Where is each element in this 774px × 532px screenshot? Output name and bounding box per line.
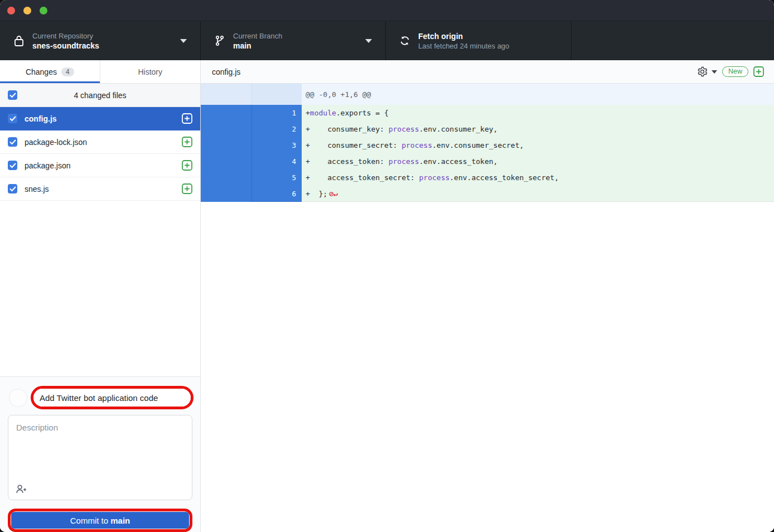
minimize-window-button[interactable] [23,7,31,14]
diff-line-number[interactable]: 1 [252,105,302,121]
titlebar [0,0,774,21]
file-status-new-badge: New [722,66,748,77]
annotation-highlight-commit-button: Commit to main [8,509,192,532]
diff-gutter-old[interactable] [201,121,252,137]
file-checkbox-checked[interactable] [8,161,17,170]
current-branch-dropdown[interactable]: Current Branch main [201,21,386,60]
diff-added-line: 3 + consumer_secret: process.env.consume… [201,137,774,153]
diff-gutter-old[interactable] [201,153,252,170]
diff-gutter-old[interactable] [201,170,252,186]
current-branch-value: main [233,41,365,50]
tab-changes-label: Changes [26,67,57,76]
file-row[interactable]: package.json [0,154,200,177]
diff-code-line: + access_token_secret: process.env.acces… [302,170,774,186]
plus-square-icon [182,160,192,171]
current-repository-value: snes-soundtracks [32,41,180,50]
diff-added-line: 1 +module.exports = { [201,105,774,121]
current-repository-dropdown[interactable]: Current Repository snes-soundtracks [0,21,201,60]
fetch-origin-title: Fetch origin [418,32,571,41]
diff-file-title: config.js [212,67,696,76]
file-checkbox-checked[interactable] [8,184,17,194]
chevron-down-icon [712,70,717,74]
plus-square-icon[interactable] [753,66,764,77]
avatar [9,389,27,407]
diff-hunk-header: @@ -0,0 +1,6 @@ [302,84,774,105]
current-repository-label: Current Repository [32,32,180,40]
sidebar: Changes 4 History 4 changed files config… [0,60,201,532]
file-checkbox-checked[interactable] [8,137,17,147]
fetch-origin-button[interactable]: Fetch origin Last fetched 24 minutes ago [386,21,572,60]
add-coauthor-icon[interactable] [16,484,27,494]
chevron-down-icon [180,39,187,43]
file-name: snes.js [25,185,175,194]
toolbar-empty-area [572,21,774,60]
diff-gutter-new [252,84,302,105]
commit-description-box [8,415,192,500]
file-list: config.js package-lock.json package.json… [0,107,200,201]
file-name: package.json [25,161,175,170]
zoom-window-button[interactable] [40,7,47,14]
diff-header: config.js New [201,60,774,84]
app-window: Current Repository snes-soundtracks Curr… [0,0,774,532]
diff-line-number[interactable]: 5 [252,170,302,186]
tab-changes[interactable]: Changes 4 [0,60,100,83]
diff-options-dropdown[interactable] [696,66,717,78]
gear-icon [696,66,708,78]
diff-line-number[interactable]: 3 [252,137,302,153]
tab-history-label: History [138,67,162,76]
diff-gutter-old[interactable] [201,137,252,153]
changed-files-label: 4 changed files [74,91,126,100]
diff-added-line: 5 + access_token_secret: process.env.acc… [201,170,774,186]
diff-added-line: 2 + consumer_key: process.env.consumer_k… [201,121,774,137]
git-branch-icon [213,35,226,47]
plus-square-icon [182,113,192,124]
select-all-checkbox[interactable] [8,90,17,100]
file-row[interactable]: snes.js [0,177,200,201]
commit-branch-name: main [110,516,130,525]
file-row[interactable]: config.js [0,107,200,130]
sidebar-tabbar: Changes 4 History [0,60,200,84]
close-window-button[interactable] [7,7,15,14]
diff-line-number[interactable]: 2 [252,121,302,137]
file-checkbox-checked[interactable] [8,114,17,123]
commit-description-input[interactable] [8,415,192,478]
fetch-origin-subtitle: Last fetched 24 minutes ago [418,42,571,50]
diff-lines: 1 +module.exports = { 2 + consumer_key: … [201,105,774,202]
file-row[interactable]: package-lock.json [0,130,200,154]
tab-history[interactable]: History [100,60,201,83]
diff-gutter-old[interactable] [201,105,252,121]
diff-gutter-old[interactable] [201,186,252,202]
diff-added-line: 4 + access_token: process.env.access_tok… [201,153,774,170]
plus-square-icon [182,183,192,194]
diff-gutter-old [201,84,252,105]
lock-icon [12,35,26,47]
changed-files-header: 4 changed files [0,84,200,107]
chevron-down-icon [365,39,372,43]
diff-line-number[interactable]: 4 [252,153,302,170]
toolbar: Current Repository snes-soundtracks Curr… [0,21,774,60]
diff-hunk-row: @@ -0,0 +1,6 @@ [201,84,774,105]
diff-code-line: +module.exports = { [302,105,774,121]
file-list-empty-space [0,201,200,376]
commit-summary-input[interactable]: Add Twitter bot application code [33,389,191,407]
annotation-highlight-summary: Add Twitter bot application code [31,386,194,409]
diff-line-number[interactable]: 6 [252,186,302,202]
content-area: Changes 4 History 4 changed files config… [0,60,774,532]
current-branch-label: Current Branch [233,32,365,40]
diff-code-line: + access_token: process.env.access_token… [302,153,774,170]
file-name: package-lock.json [25,138,175,147]
commit-summary-row: Add Twitter bot application code [9,386,194,409]
diff-added-line: 6 + };⊘↵ [201,186,774,202]
commit-panel: Add Twitter bot application code Commit … [0,376,200,532]
diff-pane: config.js New @@ -0,0 +1,6 @@ [201,60,774,532]
diff-body: @@ -0,0 +1,6 @@ 1 +module.exports = { 2 … [201,84,774,532]
sync-icon [398,35,412,47]
diff-code-line: + consumer_key: process.env.consumer_key… [302,121,774,137]
traffic-lights [7,7,47,14]
file-name: config.js [25,114,175,123]
diff-code-line: + };⊘↵ [302,186,774,202]
diff-code-line: + consumer_secret: process.env.consumer_… [302,137,774,153]
changes-count-badge: 4 [61,67,74,76]
commit-to-main-button[interactable]: Commit to main [11,512,189,529]
plus-square-icon [182,137,192,147]
